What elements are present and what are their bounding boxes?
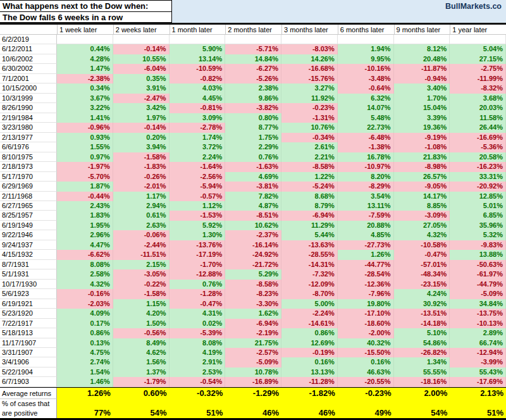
- date-cell: 5/17/1970: [0, 172, 57, 182]
- percent-positive-values: 77%54%51%46%46%49%54%51%: [57, 399, 506, 418]
- value-cell: 1.94%: [338, 44, 394, 54]
- value-cell: 26.57%: [394, 172, 450, 182]
- value-cell: -1.08%: [394, 142, 450, 152]
- value-cell: -2.00%: [338, 328, 394, 338]
- value-cell: 1.41%: [57, 113, 113, 123]
- table-row: 2/18/1973-1.97%-1.83%-1.64%-1.63%-8.58%-…: [0, 162, 506, 171]
- value-cell: -5.94%: [170, 182, 226, 191]
- average-return-value: -1.82%: [281, 388, 338, 399]
- value-cell: -57.01%: [394, 260, 450, 269]
- value-cell: 2.53%: [170, 368, 226, 377]
- value-cell: -2.56%: [170, 172, 226, 182]
- value-cell: 3.27%: [281, 83, 338, 93]
- value-cell: -12.36%: [338, 280, 394, 289]
- value-cell: -15.76%: [281, 74, 338, 83]
- table-row: 7/22/19170.17%1.50%0.02%-6.94%-14.61%-18…: [0, 319, 506, 328]
- summary-block: Average returns 1.26%0.60%-0.32%-1.29%-1…: [0, 387, 506, 420]
- brand-logo: BullMarkets.co: [445, 2, 502, 11]
- value-cell: 0.76%: [225, 152, 281, 162]
- value-cell: -1.70%: [170, 260, 226, 269]
- value-cell: 0.02%: [170, 319, 226, 328]
- value-cell: -6.94%: [281, 211, 338, 220]
- value-cell: 0.20%: [113, 133, 170, 142]
- average-returns-label: Average returns: [0, 388, 57, 399]
- value-cell: -3.82%: [225, 103, 281, 113]
- value-cell: -1.83%: [113, 162, 170, 171]
- value-cell: 8.12%: [394, 44, 450, 54]
- value-cell: -13.63%: [281, 240, 338, 250]
- date-cell: 10/15/2000: [0, 83, 57, 93]
- value-cell: [57, 35, 113, 44]
- value-cell: -12.94%: [450, 348, 506, 357]
- date-cell: 11/17/1907: [0, 338, 57, 348]
- value-cell: 5.48%: [338, 113, 394, 123]
- table-row: 2/19/19841.41%1.97%3.09%0.80%-1.31%5.48%…: [0, 113, 506, 123]
- value-cell: -0.81%: [170, 103, 226, 113]
- value-cell: -3.48%: [338, 74, 394, 83]
- value-cell: 1.55%: [57, 142, 113, 152]
- value-cell: 3.72%: [170, 142, 226, 152]
- value-cell: -17.10%: [338, 309, 394, 318]
- value-cell: 3.67%: [57, 94, 113, 103]
- value-cell: 4.45%: [170, 94, 226, 103]
- value-cell: 3.39%: [394, 113, 450, 123]
- value-cell: -5.24%: [281, 182, 338, 191]
- value-cell: 4.28%: [57, 54, 113, 64]
- average-return-value: -1.29%: [225, 388, 281, 399]
- value-cell: -8.32%: [450, 83, 506, 93]
- date-column-header: [0, 25, 57, 34]
- value-cell: 1.50%: [113, 319, 170, 328]
- value-cell: 4.19%: [170, 348, 226, 357]
- value-cell: -0.82%: [170, 74, 226, 83]
- value-cell: -26.82%: [394, 348, 450, 357]
- value-cell: 10.62%: [225, 221, 281, 230]
- value-cell: 40.32%: [338, 338, 394, 348]
- percent-positive-value: 54%: [394, 399, 450, 418]
- value-cell: 1.22%: [281, 172, 338, 182]
- value-cell: -0.34%: [281, 133, 338, 142]
- date-cell: 3/31/1907: [0, 348, 57, 357]
- average-return-value: 1.26%: [57, 388, 113, 399]
- value-cell: 2.89%: [450, 328, 506, 338]
- value-cell: 3.22%: [57, 103, 113, 113]
- value-cell: 16.78%: [338, 152, 394, 162]
- value-cell: 8.77%: [225, 123, 281, 132]
- value-cell: 11.29%: [281, 221, 338, 230]
- average-return-value: 0.60%: [113, 388, 170, 399]
- value-cell: 22.73%: [338, 123, 394, 132]
- value-cell: 2.43%: [57, 201, 113, 211]
- value-cell: 21.83%: [394, 152, 450, 162]
- value-cell: 20.58%: [450, 152, 506, 162]
- value-cell: 5.44%: [281, 230, 338, 240]
- value-cell: -2.03%: [57, 299, 113, 309]
- value-cell: -5.36%: [450, 142, 506, 152]
- value-cell: -15.50%: [338, 348, 394, 357]
- value-cell: 2.24%: [170, 152, 226, 162]
- value-cell: -16.89%: [225, 377, 281, 386]
- page-title: What happens next to the Dow when:: [0, 1, 171, 12]
- value-cell: 10.55%: [113, 54, 170, 64]
- value-cell: 55.55%: [394, 368, 450, 377]
- value-cell: 14.07%: [338, 103, 394, 113]
- value-cell: -2.78%: [170, 123, 226, 132]
- value-cell: 3.42%: [113, 103, 170, 113]
- value-cell: 0.35%: [113, 74, 170, 83]
- table-row: 5/17/1970-5.70%-0.26%-2.56%4.69%1.22%8.2…: [0, 172, 506, 182]
- value-cell: 0.17%: [57, 319, 113, 328]
- average-return-value: 2.00%: [394, 388, 450, 399]
- value-cell: -1.64%: [170, 162, 226, 171]
- date-cell: 7/1/2001: [0, 74, 57, 83]
- table-row: 3/31/19074.75%4.62%4.19%-2.57%-0.19%-15.…: [0, 348, 506, 357]
- table-row: 6/12/20110.44%-0.14%5.90%-5.71%-8.03%1.9…: [0, 44, 506, 54]
- value-cell: 2.63%: [113, 221, 170, 230]
- value-cell: -44.79%: [450, 280, 506, 289]
- value-cell: -0.14%: [113, 44, 170, 54]
- value-cell: 1.75%: [225, 133, 281, 142]
- table-row: 6/27/19652.43%2.94%1.12%4.87%8.79%13.11%…: [0, 201, 506, 211]
- value-cell: 2.58%: [57, 269, 113, 279]
- table-row: 5/18/19130.86%-0.56%-5.39%-2.19%0.86%-2.…: [0, 328, 506, 338]
- value-cell: 4.69%: [225, 172, 281, 182]
- value-cell: -5.09%: [225, 357, 281, 367]
- value-cell: 8.79%: [281, 201, 338, 211]
- value-cell: -9.83%: [450, 240, 506, 250]
